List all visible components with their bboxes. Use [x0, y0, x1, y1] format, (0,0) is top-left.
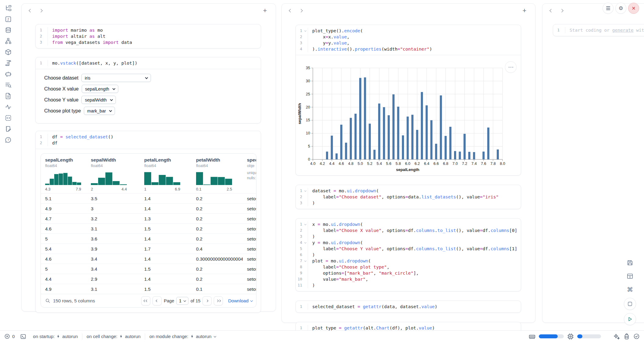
add-cell-icon[interactable]: +	[520, 6, 529, 15]
altair-chart-output[interactable]: 4.04.24.44.64.85.05.25.45.65.86.06.26.46…	[296, 55, 521, 175]
code-editor[interactable]: 1x = mo.ui.dropdown(2 label="Choose X va…	[296, 219, 521, 291]
code-editor[interactable]: 1df = selected_dataset()2df	[36, 131, 261, 149]
code-line[interactable]: 1x = mo.ui.dropdown(	[296, 221, 521, 227]
code-line[interactable]: 1mo.vstack([dataset, x, y, plot])	[36, 60, 261, 66]
code-line[interactable]: 4).interactive().properties(width="conta…	[296, 46, 521, 52]
column-header[interactable]: petalLength	[140, 157, 192, 163]
gear-icon[interactable]: ⚙	[615, 3, 626, 14]
search-icon[interactable]	[45, 298, 50, 303]
svg-text:4.2: 4.2	[320, 162, 325, 166]
bar-chart[interactable]: 4.04.24.44.64.85.05.25.45.65.86.06.26.46…	[296, 58, 521, 174]
code-line[interactable]: 1import marimo as mo	[36, 27, 261, 33]
code-line[interactable]: 1Start coding or generate with	[553, 27, 644, 33]
fold-chevron-icon[interactable]	[304, 260, 306, 262]
code-editor[interactable]: 1plot_type().encode(2 x=x.value,3 y=y.va…	[296, 25, 521, 55]
code-line[interactable]: 3from vega_datasets import data	[36, 39, 261, 45]
sparkles-ai-icon[interactable]	[613, 333, 620, 340]
page-select[interactable]: 1	[176, 297, 188, 305]
code-line[interactable]: 2df	[36, 140, 261, 146]
bot-chat-icon[interactable]	[4, 70, 13, 78]
code-line[interactable]: 2import altair as alt	[36, 33, 261, 39]
code-editor[interactable]: 1Start coding or generate with	[553, 24, 644, 36]
code-line[interactable]: 2 label="Choose X value", options=df.col…	[296, 227, 521, 233]
next-page-button[interactable]	[202, 296, 212, 305]
code-line[interactable]: 9 options=["mark_bar", "mark_circle"],	[296, 270, 521, 276]
code-line[interactable]: 1selected_dataset = getattr(data, datase…	[296, 304, 521, 310]
dataset-select[interactable]: iris	[81, 74, 151, 82]
column-next-icon[interactable]	[557, 6, 566, 15]
on-module-change-setting[interactable]: on module change: autorun	[149, 334, 216, 339]
column-header[interactable]: petalWidth	[192, 157, 243, 163]
code-line[interactable]: 1plot_type = getattr(alt.Chart(df), plot…	[296, 325, 521, 331]
column-next-icon[interactable]	[296, 6, 306, 15]
command-icon[interactable]: ⌘	[625, 284, 635, 295]
notebook-pen-icon[interactable]	[4, 125, 13, 133]
fold-chevron-icon[interactable]	[304, 30, 306, 32]
code-line[interactable]: 3 y=y.value,	[296, 40, 521, 46]
code-line[interactable]: 1dataset = mo.ui.dropdown(	[296, 188, 521, 194]
package-icon[interactable]	[4, 48, 13, 56]
code-line[interactable]: 6)	[296, 252, 521, 258]
column-next-icon[interactable]	[36, 6, 45, 15]
prev-page-button[interactable]	[152, 296, 162, 305]
code-line[interactable]: 3)	[296, 233, 521, 240]
code-line[interactable]: 2 x=x.value,	[296, 34, 521, 40]
column-header[interactable]: sepalLength	[41, 157, 87, 163]
activity-icon[interactable]	[4, 103, 13, 111]
code-editor[interactable]: 1selected_dataset = getattr(data, datase…	[296, 301, 521, 312]
shape-square-icon[interactable]	[624, 298, 636, 310]
on-cell-change-setting[interactable]: on cell change: autorun	[87, 334, 141, 339]
run-play-icon[interactable]	[624, 313, 636, 325]
column-2-header: +	[282, 4, 535, 18]
file-tree-icon[interactable]	[4, 4, 13, 12]
panel-layout-icon[interactable]	[625, 271, 635, 281]
help-circle-icon[interactable]: ?	[4, 136, 13, 144]
first-page-button[interactable]	[141, 296, 150, 305]
terminal-button[interactable]	[20, 333, 26, 340]
download-button[interactable]: Download	[228, 298, 252, 303]
code-snippet-icon[interactable]	[4, 114, 13, 122]
network-icon[interactable]	[4, 37, 13, 45]
database-icon[interactable]	[4, 26, 13, 34]
y-value-select[interactable]: sepalWidth	[81, 96, 116, 104]
column-header[interactable]: sepalWidth	[87, 157, 140, 163]
table-cell: 0.2	[192, 266, 243, 272]
fold-chevron-icon[interactable]	[304, 241, 306, 244]
bolt-icon	[190, 334, 194, 339]
code-line[interactable]: 3)	[296, 200, 521, 206]
list-search-icon[interactable]	[4, 81, 13, 89]
plot-type-select[interactable]: mark_bar	[84, 107, 115, 115]
code-editor[interactable]: 1import marimo as mo2import altair as al…	[36, 24, 261, 48]
check-circle-icon[interactable]	[633, 333, 640, 340]
code-line[interactable]: 4y = mo.ui.dropdown(	[296, 240, 521, 246]
fold-chevron-icon[interactable]	[304, 223, 306, 225]
code-line[interactable]: 10 value="mark_bar",	[296, 276, 521, 282]
x-value-select[interactable]: sepalLength	[82, 85, 118, 93]
code-line[interactable]: 2 label="Choose dataset", options=data.l…	[296, 194, 521, 200]
scroll-text-icon[interactable]	[4, 59, 13, 67]
file-text-icon[interactable]	[4, 92, 13, 100]
code-editor[interactable]: 1mo.vstack([dataset, x, y, plot])	[36, 57, 261, 69]
code-editor[interactable]: 1dataset = mo.ui.dropdown(2 label="Choos…	[296, 185, 521, 209]
code-line[interactable]: 1plot_type().encode(	[296, 28, 521, 34]
last-page-button[interactable]	[214, 296, 223, 305]
code-line[interactable]: 5 label="Choose Y value", options=df.col…	[296, 246, 521, 252]
error-indicator[interactable]: 0	[4, 333, 15, 339]
code-line[interactable]: 11)	[296, 282, 521, 288]
backpack-icon[interactable]	[623, 333, 630, 340]
column-prev-icon[interactable]	[286, 6, 295, 15]
save-icon[interactable]	[625, 258, 635, 268]
code-line[interactable]: 1df = selected_dataset()	[36, 134, 261, 140]
code-line[interactable]: 7plot = mo.ui.dropdown(	[296, 258, 521, 264]
code-line[interactable]: 8 label="Choose plot type",	[296, 264, 521, 270]
column-header[interactable]: spec	[243, 157, 256, 163]
function-square-icon[interactable]: ƒ	[4, 15, 13, 23]
add-cell-icon[interactable]: +	[260, 6, 270, 15]
chart-menu-icon[interactable]	[505, 61, 517, 73]
menu-icon[interactable]	[603, 3, 614, 14]
close-icon[interactable]	[628, 3, 639, 14]
on-startup-setting[interactable]: on startup: autorun	[33, 334, 78, 339]
fold-chevron-icon[interactable]	[304, 190, 306, 192]
column-prev-icon[interactable]	[26, 6, 35, 15]
column-prev-icon[interactable]	[547, 6, 556, 15]
